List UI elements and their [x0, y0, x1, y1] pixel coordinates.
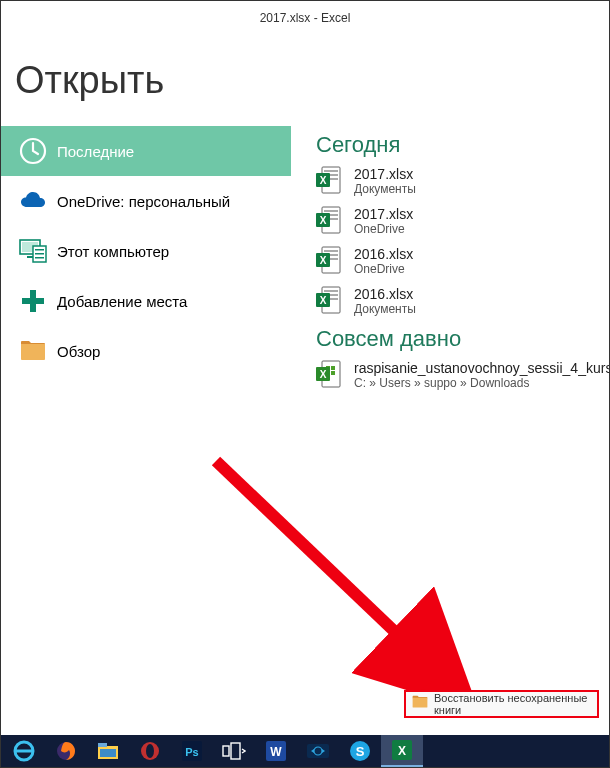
location-label: Обзор [57, 343, 100, 360]
file-name: 2017.xlsx [354, 166, 416, 182]
location-list: Последние OneDrive: персональный Этот ко… [1, 126, 291, 400]
recover-unsaved-button[interactable]: Восстановить несохраненные книги [404, 690, 599, 718]
taskbar-teamviewer[interactable] [297, 735, 339, 767]
taskbar-skype[interactable]: S [339, 735, 381, 767]
file-row[interactable]: 2017.xlsxДокументы [316, 166, 609, 196]
folder-icon [412, 695, 428, 713]
file-name: raspisanie_ustanovochnoy_sessii_4_kursa [354, 360, 609, 376]
svg-text:Ps: Ps [185, 746, 198, 758]
file-sub: OneDrive [354, 222, 413, 236]
excel-file-icon [316, 166, 344, 194]
taskbar-explorer[interactable] [87, 735, 129, 767]
excel-file-icon [316, 246, 344, 274]
taskbar-word[interactable]: W [255, 735, 297, 767]
taskbar-opera[interactable] [129, 735, 171, 767]
location-label: OneDrive: персональный [57, 193, 230, 210]
recover-label: Восстановить несохраненные книги [434, 692, 591, 716]
svg-rect-35 [231, 743, 240, 759]
taskbar-excel[interactable]: X [381, 735, 423, 767]
file-sub: Документы [354, 182, 416, 196]
excel-file-icon [316, 206, 344, 234]
computer-icon [15, 239, 51, 263]
page-title: Открыть [1, 29, 609, 126]
taskbar-taskview[interactable] [213, 735, 255, 767]
file-sub: OneDrive [354, 262, 413, 276]
file-row[interactable]: raspisanie_ustanovochnoy_sessii_4_kursaC… [316, 360, 609, 390]
svg-rect-38 [307, 744, 329, 758]
clock-icon [15, 137, 51, 165]
taskbar-photoshop[interactable]: Ps [171, 735, 213, 767]
excel-file-old-icon [316, 360, 344, 388]
file-row[interactable]: 2017.xlsxOneDrive [316, 206, 609, 236]
svg-rect-16 [27, 256, 33, 258]
svg-text:X: X [398, 744, 406, 758]
file-name: 2016.xlsx [354, 286, 416, 302]
location-browse[interactable]: Обзор [1, 326, 291, 376]
location-label: Последние [57, 143, 134, 160]
location-recent[interactable]: Последние [1, 126, 291, 176]
location-onedrive[interactable]: OneDrive: персональный [1, 176, 291, 226]
location-label: Этот компьютер [57, 243, 169, 260]
svg-text:S: S [356, 744, 365, 759]
svg-point-31 [146, 744, 154, 758]
cloud-icon [15, 191, 51, 211]
plus-icon [15, 288, 51, 314]
taskbar-edge[interactable] [3, 735, 45, 767]
svg-line-23 [216, 461, 436, 671]
svg-rect-34 [223, 746, 229, 756]
taskbar: Ps W S X [1, 735, 609, 767]
location-add-place[interactable]: Добавление места [1, 276, 291, 326]
svg-rect-18 [35, 249, 44, 251]
file-row[interactable]: 2016.xlsxДокументы [316, 286, 609, 316]
svg-rect-29 [100, 749, 116, 757]
svg-text:W: W [270, 745, 282, 759]
excel-file-icon [316, 286, 344, 314]
svg-rect-20 [35, 257, 44, 259]
section-old-title: Совсем давно [316, 326, 609, 352]
file-sub: C: » Users » suppo » Downloads [354, 376, 609, 390]
file-sub: Документы [354, 302, 416, 316]
svg-rect-19 [35, 253, 44, 255]
location-this-pc[interactable]: Этот компьютер [1, 226, 291, 276]
location-label: Добавление места [57, 293, 187, 310]
folder-icon [15, 340, 51, 362]
file-row[interactable]: 2016.xlsxOneDrive [316, 246, 609, 276]
window-title: 2017.xlsx - Excel [1, 1, 609, 29]
taskbar-firefox[interactable] [45, 735, 87, 767]
file-name: 2016.xlsx [354, 246, 413, 262]
file-name: 2017.xlsx [354, 206, 413, 222]
svg-rect-22 [22, 298, 44, 304]
section-today-title: Сегодня [316, 132, 609, 158]
svg-rect-28 [98, 743, 107, 747]
annotation-arrow [206, 451, 486, 711]
